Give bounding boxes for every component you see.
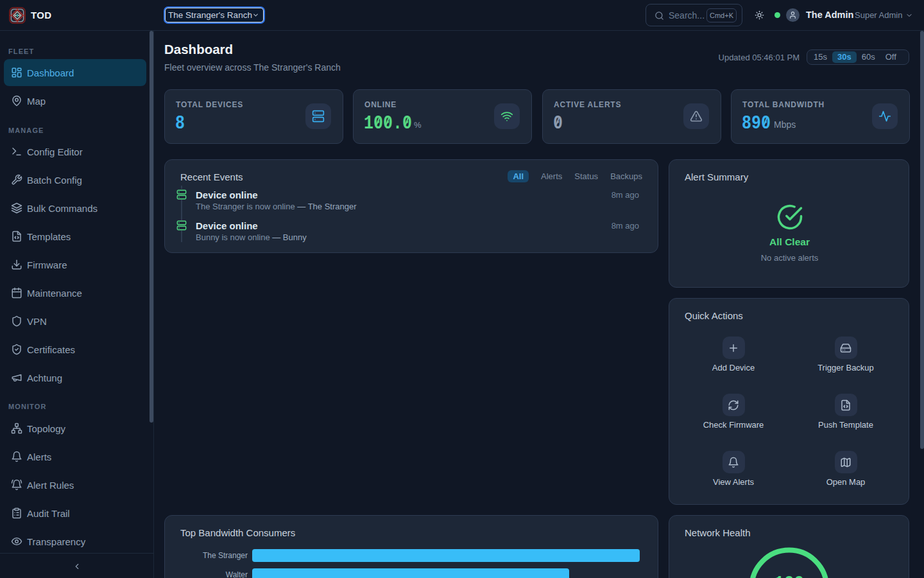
svg-text:100: 100 bbox=[774, 573, 804, 578]
